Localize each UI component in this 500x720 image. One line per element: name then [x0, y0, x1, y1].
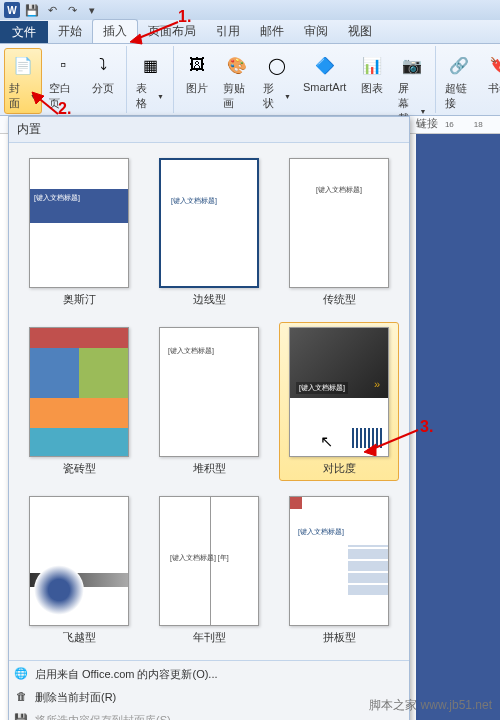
- document-area: [416, 134, 500, 720]
- globe-icon: 🌐: [13, 665, 29, 681]
- gallery-header: 内置: [9, 117, 409, 143]
- template-puzzle[interactable]: [键入文档标题] 拼板型: [279, 491, 399, 650]
- chart-icon: 📊: [358, 51, 386, 79]
- tab-insert[interactable]: 插入: [92, 19, 138, 43]
- table-icon: ▦: [136, 51, 164, 79]
- picture-icon: 🖼: [183, 51, 211, 79]
- word-icon: W: [4, 2, 20, 18]
- template-stack[interactable]: [键入文档标题] 堆积型: [149, 322, 269, 481]
- watermark: 脚本之家 www.jb51.net: [369, 697, 492, 714]
- tab-strip: 文件 开始 插入 页面布局 引用 邮件 审阅 视图: [0, 20, 500, 44]
- template-fly[interactable]: 飞越型: [19, 491, 139, 650]
- template-border[interactable]: [键入文档标题] 边线型: [149, 153, 269, 312]
- undo-icon[interactable]: ↶: [44, 2, 60, 18]
- office-updates-item[interactable]: 🌐启用来自 Office.com 的内容更新(O)...: [9, 663, 409, 686]
- shapes-icon: ◯: [263, 51, 291, 79]
- links-group-label: 链接: [416, 116, 438, 131]
- tab-view[interactable]: 视图: [338, 20, 382, 43]
- cover-page-button[interactable]: 📄 封面▼: [4, 48, 42, 114]
- blank-page-icon: ▫: [49, 51, 77, 79]
- redo-icon[interactable]: ↷: [64, 2, 80, 18]
- qat-dropdown-icon[interactable]: ▾: [84, 2, 100, 18]
- tab-home[interactable]: 开始: [48, 20, 92, 43]
- chevron-down-icon: ▼: [30, 93, 37, 100]
- tab-references[interactable]: 引用: [206, 20, 250, 43]
- save-to-gallery-item: 💾将所选内容保存到封面库(S)...: [9, 709, 409, 720]
- group-tables: ▦ 表格▼: [127, 46, 174, 113]
- smartart-icon: 🔷: [311, 51, 339, 79]
- template-tiles[interactable]: 瓷砖型: [19, 322, 139, 481]
- remove-icon: 🗑: [13, 688, 29, 704]
- group-pages: 📄 封面▼ ▫ 空白页 ⤵ 分页: [0, 46, 127, 113]
- title-bar: W 💾 ↶ ↷ ▾: [0, 0, 500, 20]
- template-austin[interactable]: [键入文档标题] 奥斯汀: [19, 153, 139, 312]
- tab-file[interactable]: 文件: [0, 21, 48, 43]
- group-illustrations: 🖼图片 🎨剪贴画 ◯形状▼ 🔷SmartArt 📊图表 📷屏幕截图▼: [174, 46, 436, 113]
- template-annual[interactable]: [键入文档标题] [年] 年刊型: [149, 491, 269, 650]
- tab-layout[interactable]: 页面布局: [138, 20, 206, 43]
- save-icon[interactable]: 💾: [24, 2, 40, 18]
- clipart-icon: 🎨: [223, 51, 251, 79]
- hyperlink-button[interactable]: 🔗超链接: [440, 48, 478, 114]
- screenshot-icon: 📷: [398, 51, 426, 79]
- group-links: 🔗超链接 🔖书签: [436, 46, 500, 113]
- page-break-icon: ⤵: [89, 51, 117, 79]
- blank-page-button[interactable]: ▫ 空白页: [44, 48, 82, 114]
- cover-page-icon: 📄: [9, 51, 37, 79]
- tab-review[interactable]: 审阅: [294, 20, 338, 43]
- page-break-button[interactable]: ⤵ 分页: [84, 48, 122, 114]
- bookmark-button[interactable]: 🔖书签: [480, 48, 500, 114]
- hyperlink-icon: 🔗: [445, 51, 473, 79]
- bookmark-icon: 🔖: [485, 51, 500, 79]
- template-traditional[interactable]: [键入文档标题] 传统型: [279, 153, 399, 312]
- gallery-footer: 🌐启用来自 Office.com 的内容更新(O)... 🗑删除当前封面(R) …: [9, 660, 409, 720]
- ribbon: 📄 封面▼ ▫ 空白页 ⤵ 分页 ▦ 表格▼ 🖼图片 🎨剪贴画 ◯形状▼ 🔷Sm…: [0, 44, 500, 116]
- tab-mail[interactable]: 邮件: [250, 20, 294, 43]
- table-button[interactable]: ▦ 表格▼: [131, 48, 169, 114]
- template-contrast[interactable]: [键入文档标题]» 对比度: [279, 322, 399, 481]
- remove-cover-item[interactable]: 🗑删除当前封面(R): [9, 686, 409, 709]
- gallery-grid: [键入文档标题] 奥斯汀 [键入文档标题] 边线型 [键入文档标题] 传统型 瓷…: [9, 143, 409, 660]
- save-gallery-icon: 💾: [13, 711, 29, 720]
- cover-page-gallery: 内置 [键入文档标题] 奥斯汀 [键入文档标题] 边线型 [键入文档标题] 传统…: [8, 116, 410, 720]
